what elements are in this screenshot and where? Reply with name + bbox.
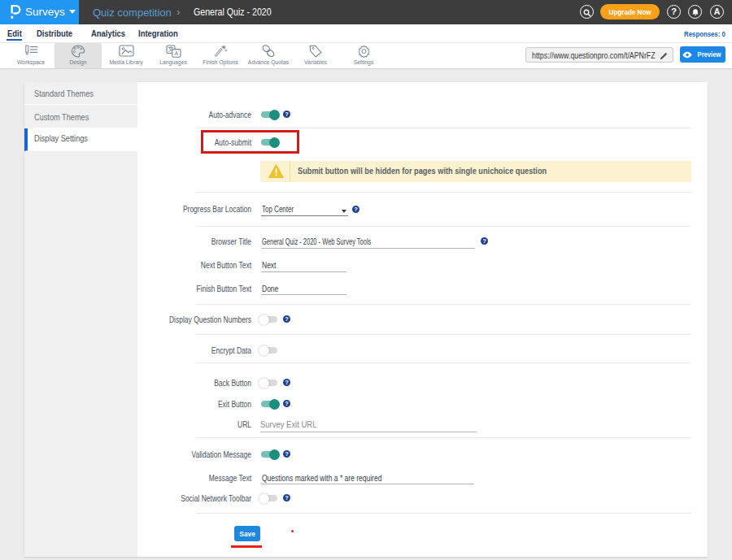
svg-text:A: A <box>174 50 178 56</box>
